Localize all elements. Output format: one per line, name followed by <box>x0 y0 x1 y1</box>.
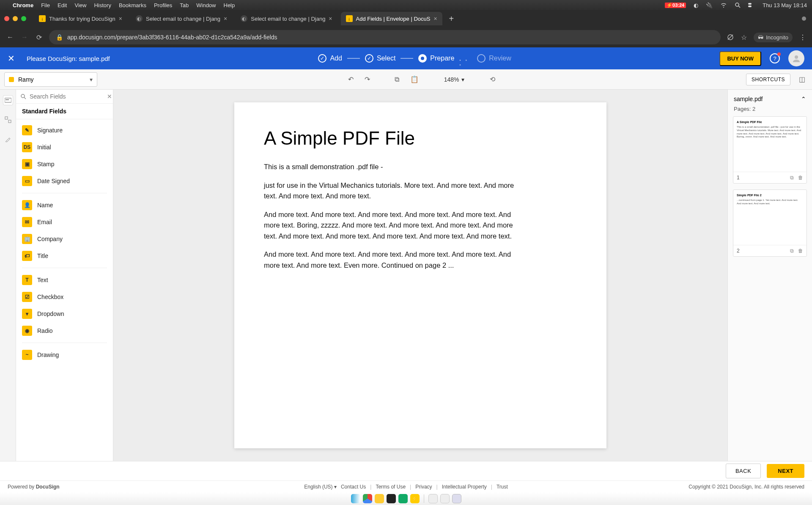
chevron-up-icon[interactable]: ⌃ <box>801 96 806 102</box>
field-date-signed[interactable]: ▭Date Signed <box>16 173 113 189</box>
dock-chrome-icon[interactable] <box>363 494 372 503</box>
field-dropdown[interactable]: ▾Dropdown <box>16 305 113 322</box>
next-button[interactable]: NEXT <box>767 464 804 478</box>
mac-menu-tab[interactable]: Tab <box>180 2 189 8</box>
dock-app-icon[interactable] <box>440 494 450 503</box>
wifi-icon[interactable] <box>720 3 727 8</box>
power-icon[interactable]: 🔌 <box>706 2 713 8</box>
spotlight-icon[interactable] <box>735 2 741 8</box>
mac-menu-file[interactable]: File <box>41 2 50 8</box>
user-avatar[interactable] <box>788 50 804 66</box>
page-thumbnail-2[interactable]: Simple PDF File 2 ...continued from page… <box>733 189 807 257</box>
tracking-icon[interactable] <box>727 33 734 41</box>
duplicate-page-icon[interactable]: ⧉ <box>790 248 794 254</box>
window-minimize-icon[interactable] <box>13 16 18 21</box>
help-button[interactable]: ? <box>770 53 780 63</box>
document-page-1[interactable]: A Simple PDF File This is a small demons… <box>234 102 606 448</box>
field-radio[interactable]: ◉Radio <box>16 322 113 339</box>
step-add[interactable]: ✓ Add <box>318 54 342 63</box>
delete-page-icon[interactable]: 🗑 <box>798 248 803 254</box>
zoom-dropdown[interactable]: 148% ▾ <box>441 76 468 83</box>
buy-now-button[interactable]: BUY NOW <box>719 51 761 66</box>
mac-menu-history[interactable]: History <box>94 2 111 8</box>
step-select[interactable]: ✓ Select <box>365 54 395 63</box>
document-canvas[interactable]: A Simple PDF File This is a small demons… <box>113 90 727 461</box>
search-fields-input[interactable] <box>30 93 104 100</box>
mac-menu-help[interactable]: Help <box>224 2 235 8</box>
url-bar[interactable]: 🔒 app.docusign.com/prepare/3ab3f363-6116… <box>49 30 721 44</box>
field-checkbox[interactable]: ☑Checkbox <box>16 288 113 305</box>
dock-finder-icon[interactable] <box>351 494 360 503</box>
delete-page-icon[interactable]: 🗑 <box>798 175 803 181</box>
field-title[interactable]: 🏷Title <box>16 247 113 264</box>
step-review[interactable]: Review <box>477 54 511 63</box>
footer-link-ip[interactable]: Intellectual Property <box>442 484 487 490</box>
chrome-menu-icon[interactable]: ⋮ <box>799 33 806 41</box>
tab-close-icon[interactable]: × <box>329 15 332 22</box>
step-prepare[interactable]: Prepare <box>418 54 454 63</box>
dock-trash-icon[interactable] <box>452 494 461 503</box>
bookmark-star-icon[interactable]: ☆ <box>741 33 747 41</box>
redo-icon[interactable]: ↷ <box>362 74 373 85</box>
battery-indicator[interactable]: ⚡03:24 <box>665 3 686 8</box>
dock-textedit-icon[interactable] <box>428 494 438 503</box>
toggl-icon[interactable]: ◐ <box>694 2 698 8</box>
field-initial[interactable]: DSInitial <box>16 139 113 156</box>
window-close-icon[interactable] <box>4 16 9 21</box>
field-drawing[interactable]: ~Drawing <box>16 346 113 363</box>
rail-custom-icon[interactable] <box>3 115 13 124</box>
control-center-icon[interactable] <box>748 3 755 7</box>
mac-app-name[interactable]: Chrome <box>13 2 33 8</box>
nav-forward-icon[interactable]: → <box>20 33 29 41</box>
documents-panel-icon[interactable]: ◫ <box>796 74 808 85</box>
lock-icon[interactable]: 🔒 <box>56 34 63 41</box>
footer-link-terms[interactable]: Terms of Use <box>376 484 406 490</box>
field-text[interactable]: TText <box>16 272 113 288</box>
window-controls[interactable] <box>4 16 26 21</box>
shortcuts-button[interactable]: SHORTCUTS <box>746 74 790 85</box>
dock-app-icon[interactable] <box>375 494 384 503</box>
copy-icon[interactable]: ⧉ <box>392 74 402 85</box>
pages-panel-header[interactable]: sample.pdf ⌃ <box>733 94 807 104</box>
tab-django-1[interactable]: ◐ Select email to change | Djang × <box>131 12 232 25</box>
field-name[interactable]: 👤Name <box>16 197 113 214</box>
field-stamp[interactable]: ▣Stamp <box>16 156 113 173</box>
tab-close-icon[interactable]: × <box>433 15 437 22</box>
tab-docusign-thanks[interactable]: ↓ Thanks for trying DocuSign × <box>34 12 127 25</box>
clear-search-icon[interactable]: ✕ <box>107 93 112 100</box>
duplicate-page-icon[interactable]: ⧉ <box>790 175 794 181</box>
paste-icon[interactable]: 📋 <box>408 74 421 85</box>
nav-back-icon[interactable]: ← <box>6 33 14 41</box>
window-zoom-icon[interactable] <box>21 16 26 21</box>
page-thumbnail-1[interactable]: A Simple PDF File This is a small demons… <box>733 116 807 184</box>
footer-link-privacy[interactable]: Privacy <box>415 484 432 490</box>
tab-docusign-add-fields[interactable]: ↓ Add Fields | Envelope | DocuS × <box>341 12 442 25</box>
mac-menu-edit[interactable]: Edit <box>58 2 67 8</box>
recipient-dropdown[interactable]: Ramy ▾ <box>4 72 97 87</box>
language-selector[interactable]: English (US) ▾ <box>304 484 337 490</box>
field-signature[interactable]: ✎Signature <box>16 122 113 139</box>
tab-close-icon[interactable]: × <box>119 15 122 22</box>
dock-app-icon[interactable]: ⚡ <box>410 494 420 503</box>
incognito-chip[interactable]: 🕶 Incognito <box>754 33 793 42</box>
mac-menu-view[interactable]: View <box>74 2 86 8</box>
dock-app-icon[interactable] <box>398 494 408 503</box>
footer-link-trust[interactable]: Trust <box>497 484 508 490</box>
field-email[interactable]: ✉Email <box>16 214 113 231</box>
mac-clock[interactable]: Thu 13 May 18:14 <box>763 2 807 8</box>
mac-menu-profiles[interactable]: Profiles <box>154 2 172 8</box>
dock-terminal-icon[interactable] <box>387 494 396 503</box>
rail-fields-icon[interactable] <box>3 96 13 105</box>
mac-menu-window[interactable]: Window <box>196 2 216 8</box>
nav-reload-icon[interactable]: ⟳ <box>35 33 43 41</box>
close-envelope-button[interactable]: ✕ <box>8 53 15 63</box>
mac-menu-bookmarks[interactable]: Bookmarks <box>119 2 146 8</box>
rail-prefill-icon[interactable] <box>3 134 13 144</box>
footer-link-contact[interactable]: Contact Us <box>341 484 366 490</box>
tab-close-icon[interactable]: × <box>224 15 227 22</box>
rotate-icon[interactable]: ⟲ <box>487 74 498 85</box>
tab-django-2[interactable]: ◐ Select email to change | Djang × <box>236 12 337 25</box>
undo-icon[interactable]: ↶ <box>346 74 356 85</box>
field-company[interactable]: 🏢Company <box>16 231 113 247</box>
new-tab-button[interactable]: + <box>446 14 458 24</box>
